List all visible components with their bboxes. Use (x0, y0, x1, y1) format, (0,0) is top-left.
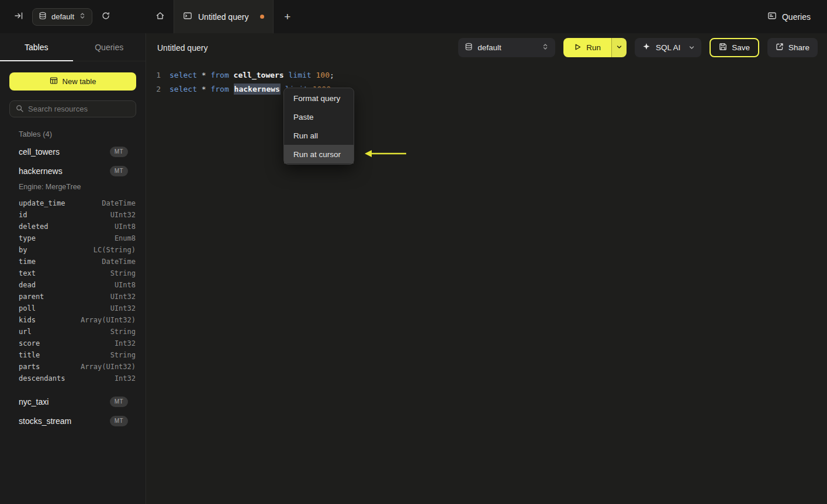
main-database-value: default (477, 43, 501, 52)
column-row[interactable]: parentUInt32 (0, 291, 146, 303)
sidebar-tab-tables[interactable]: Tables (0, 33, 73, 61)
menu-item-format-query[interactable]: Format query (284, 89, 354, 107)
new-table-button[interactable]: New table (9, 72, 136, 91)
new-tab-button[interactable]: + (274, 0, 301, 33)
column-row[interactable]: descendantsInt32 (0, 373, 146, 384)
column-row[interactable]: deletedUInt8 (0, 221, 146, 232)
column-type: Int32 (115, 339, 136, 347)
sidebar-tabs: Tables Queries (0, 33, 146, 61)
save-icon (719, 43, 727, 53)
menu-item-paste[interactable]: Paste (284, 107, 354, 126)
sql-ai-button[interactable]: SQL AI (635, 38, 701, 57)
refresh-icon (101, 11, 110, 22)
unsaved-indicator-dot (260, 15, 264, 19)
column-type: DateTime (102, 258, 136, 266)
queries-icon (767, 11, 777, 22)
menu-item-run-all[interactable]: Run all (284, 126, 354, 145)
column-type: Int32 (115, 374, 136, 383)
share-button[interactable]: Share (767, 38, 818, 57)
ai-sparkle-icon (642, 43, 650, 53)
sidebar: Tables Queries New table Tables (4) cell… (0, 33, 146, 504)
column-row[interactable]: update_timeDateTime (0, 197, 146, 209)
column-name: parts (19, 363, 40, 371)
column-row[interactable]: titleString (0, 349, 146, 361)
table-name: hackernews (19, 166, 63, 176)
home-button[interactable] (146, 0, 174, 33)
context-menu: Format queryPasteRun allRun at cursor (283, 88, 354, 165)
line-number: 2 (147, 85, 161, 93)
column-name: kids (19, 316, 36, 324)
column-row[interactable]: pollUInt32 (0, 303, 146, 314)
menu-item-run-at-cursor[interactable]: Run at cursor (284, 145, 354, 164)
sidebar-tab-queries[interactable]: Queries (73, 33, 146, 61)
database-icon (465, 43, 473, 53)
top-bar: default Untitled query + (0, 0, 827, 33)
run-button[interactable]: Run (563, 38, 611, 57)
column-name: poll (19, 304, 36, 312)
topbar-database-selector[interactable]: default (32, 8, 92, 26)
column-row[interactable]: typeEnum8 (0, 232, 146, 244)
column-name: time (19, 258, 36, 266)
search-input[interactable] (28, 105, 130, 113)
tab-strip: Untitled query + (146, 0, 301, 33)
engine-badge: MT (110, 166, 128, 176)
column-row[interactable]: textString (0, 267, 146, 279)
tab-label: Untitled query (198, 12, 248, 22)
queries-button-label: Queries (782, 12, 811, 22)
save-button[interactable]: Save (710, 38, 759, 57)
table-row-nyc-taxi[interactable]: nyc_taxi MT (0, 392, 146, 411)
table-row-hackernews[interactable]: hackernews MT (0, 161, 146, 180)
column-type: UInt8 (115, 281, 136, 289)
chevron-down-icon (616, 43, 622, 52)
engine-badge: MT (110, 416, 128, 426)
sql-ai-label: SQL AI (656, 43, 680, 52)
search-box (9, 100, 136, 117)
column-name: update_time (19, 199, 65, 207)
column-name: deleted (19, 223, 49, 231)
column-type: Enum8 (115, 234, 136, 242)
code-line[interactable]: 1select * from cell_towers limit 100; (147, 68, 827, 82)
column-row[interactable]: partsArray(UInt32) (0, 361, 146, 373)
column-row[interactable]: timeDateTime (0, 256, 146, 267)
updown-chevrons-icon (79, 12, 86, 21)
code-text: select * from cell_towers limit 100; (169, 71, 334, 79)
query-title: Untitled query (157, 43, 207, 53)
top-bar-left: default (0, 0, 146, 33)
table-name: cell_towers (19, 147, 60, 157)
column-type: Array(UInt32) (81, 363, 136, 371)
collapse-sidebar-button[interactable] (12, 9, 26, 25)
column-row[interactable]: deadUInt8 (0, 279, 146, 291)
sql-editor[interactable]: 1select * from cell_towers limit 100;2se… (147, 62, 827, 504)
column-name: type (19, 234, 36, 242)
run-options-button[interactable] (611, 38, 627, 57)
code-line[interactable]: 2select * from hackernews limit 1000 (147, 82, 827, 96)
line-number: 1 (147, 71, 161, 79)
column-row[interactable]: kidsArray(UInt32) (0, 314, 146, 326)
engine-badge: MT (110, 147, 128, 157)
database-icon (39, 12, 47, 22)
table-row-cell-towers[interactable]: cell_towers MT (0, 142, 146, 161)
column-name: descendants (19, 374, 65, 383)
column-row[interactable]: byLC(String) (0, 244, 146, 256)
table-row-stocks-stream[interactable]: stocks_stream MT (0, 411, 146, 430)
save-button-label: Save (732, 43, 750, 52)
updown-chevrons-icon (542, 43, 549, 52)
column-name: title (19, 351, 40, 359)
share-button-label: Share (788, 43, 809, 52)
main-database-selector[interactable]: default (458, 38, 555, 57)
column-type: DateTime (102, 199, 136, 207)
column-row[interactable]: scoreInt32 (0, 338, 146, 349)
column-type: String (110, 269, 136, 277)
engine-label: Engine: MergeTree (0, 180, 146, 193)
column-type: LC(String) (94, 246, 136, 254)
column-row[interactable]: urlString (0, 326, 146, 338)
table-name: stocks_stream (19, 416, 71, 426)
tab-untitled-query[interactable]: Untitled query (174, 0, 274, 33)
column-row[interactable]: idUInt32 (0, 209, 146, 221)
refresh-button[interactable] (99, 9, 113, 25)
queries-button[interactable]: Queries (767, 11, 811, 22)
run-button-group: Run (563, 38, 627, 57)
share-icon (776, 43, 784, 53)
column-list: update_timeDateTimeidUInt32deletedUInt8t… (0, 197, 146, 384)
column-type: String (110, 351, 136, 359)
